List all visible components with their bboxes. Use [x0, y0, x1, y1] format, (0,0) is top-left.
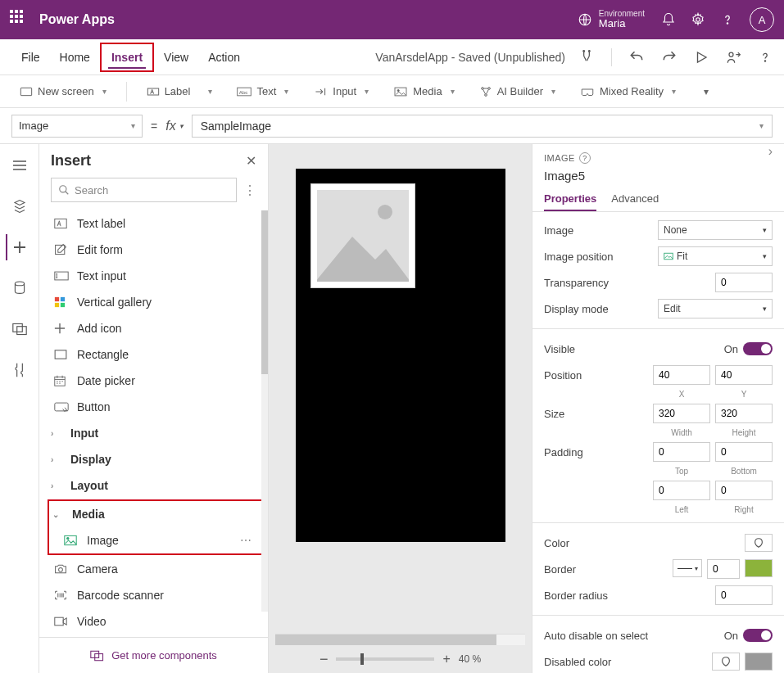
- menu-action[interactable]: Action: [198, 44, 250, 70]
- canvas-h-scrollbar[interactable]: [275, 634, 525, 645]
- menu-file[interactable]: File: [11, 44, 50, 70]
- data-rail-icon[interactable]: [7, 275, 33, 301]
- prop-color-swatch[interactable]: [745, 534, 773, 552]
- prop-display-mode-select[interactable]: Edit▾: [658, 299, 773, 318]
- prop-pad-bottom-input[interactable]: [715, 442, 773, 462]
- tree-button[interactable]: Button: [39, 394, 268, 420]
- svg-point-31: [67, 537, 69, 539]
- ribbon-media[interactable]: Media: [385, 82, 462, 101]
- ribbon-new-screen[interactable]: New screen: [11, 82, 115, 101]
- tree-group-media[interactable]: ⌄Media: [49, 501, 265, 527]
- app-canvas[interactable]: [296, 169, 505, 542]
- app-checker-icon[interactable]: [578, 49, 595, 65]
- tree-rectangle[interactable]: Rectangle: [39, 341, 268, 368]
- prop-visible-toggle[interactable]: [743, 342, 773, 355]
- image-control[interactable]: [310, 183, 415, 288]
- hamburger-icon[interactable]: [7, 152, 33, 178]
- help-menubar-icon[interactable]: [758, 50, 773, 65]
- prop-height-input[interactable]: [715, 404, 773, 423]
- panel-more-icon[interactable]: ⋮: [243, 183, 256, 198]
- share-icon[interactable]: [725, 49, 741, 65]
- svg-point-16: [15, 282, 24, 286]
- svg-rect-36: [664, 253, 673, 260]
- prop-image-select[interactable]: None▾: [658, 220, 773, 240]
- prop-border-style[interactable]: ▾: [673, 559, 702, 577]
- tree-media-barcode[interactable]: Barcode scanner: [39, 582, 268, 608]
- tree-media-image[interactable]: Image ⋯: [49, 527, 265, 553]
- prop-image-position-select[interactable]: Fit ▾: [658, 246, 773, 266]
- prop-disabled-fill-color[interactable]: [745, 653, 773, 671]
- notifications-icon[interactable]: [661, 12, 676, 27]
- prop-auto-disable-toggle[interactable]: [743, 629, 773, 642]
- equals-sign: =: [151, 120, 157, 133]
- tab-advanced[interactable]: Advanced: [611, 192, 659, 211]
- prop-transparency-input[interactable]: [715, 273, 773, 292]
- tree-group-layout[interactable]: ›Layout: [39, 472, 268, 499]
- user-avatar[interactable]: A: [750, 7, 774, 32]
- undo-icon[interactable]: [628, 49, 645, 65]
- prop-y-input[interactable]: [715, 365, 773, 385]
- prop-pad-right-input[interactable]: [715, 481, 773, 500]
- env-label: Environment: [599, 9, 645, 18]
- prop-disabled-text-color[interactable]: [712, 653, 740, 671]
- tree-group-display[interactable]: ›Display: [39, 446, 268, 472]
- tree-media-video[interactable]: Video: [39, 608, 268, 635]
- prop-pad-left-input[interactable]: [653, 481, 710, 500]
- svg-text:Abc: Abc: [239, 88, 248, 94]
- zoom-out-button[interactable]: −: [319, 651, 329, 668]
- tree-vertical-gallery[interactable]: Vertical gallery: [39, 289, 268, 315]
- svg-rect-27: [55, 350, 66, 359]
- search-input[interactable]: Search: [51, 178, 237, 202]
- ribbon-input[interactable]: Input: [305, 82, 377, 101]
- image-item-more-icon[interactable]: ⋯: [240, 534, 253, 547]
- category-help-icon[interactable]: ?: [579, 152, 591, 164]
- fx-button[interactable]: fx▾: [165, 119, 183, 133]
- ribbon-label[interactable]: Label ▾: [138, 82, 221, 101]
- expand-props-icon[interactable]: ›: [768, 144, 773, 159]
- menu-view[interactable]: View: [154, 44, 198, 70]
- app-launcher-icon[interactable]: [10, 10, 29, 29]
- formula-input[interactable]: SampleImage ▾: [192, 115, 773, 138]
- menu-home[interactable]: Home: [50, 44, 100, 70]
- tab-properties[interactable]: Properties: [544, 192, 596, 211]
- help-icon[interactable]: [720, 12, 735, 27]
- prop-border-width[interactable]: [707, 559, 740, 579]
- preview-play-icon[interactable]: [694, 50, 709, 65]
- svg-rect-30: [65, 535, 76, 544]
- media-icon: [393, 86, 408, 97]
- tree-add-icon[interactable]: Add icon: [39, 315, 268, 341]
- ribbon-mixed-reality[interactable]: Mixed Reality: [572, 82, 684, 101]
- settings-gear-icon[interactable]: [691, 12, 705, 27]
- close-panel-icon[interactable]: ✕: [246, 153, 256, 169]
- redo-icon[interactable]: [661, 49, 678, 65]
- menu-insert[interactable]: Insert: [100, 43, 154, 72]
- zoom-in-button[interactable]: +: [442, 652, 450, 666]
- media-rail-icon[interactable]: [7, 316, 33, 342]
- control-name[interactable]: Image5: [544, 169, 773, 183]
- get-more-components[interactable]: Get more components: [39, 637, 268, 673]
- prop-disabled-color-label: Disabled color: [544, 656, 712, 668]
- ribbon-ai-builder[interactable]: AI Builder: [471, 82, 564, 102]
- insert-rail-icon[interactable]: [6, 234, 32, 260]
- property-selector[interactable]: Image ▾: [11, 115, 143, 138]
- prop-border-radius-input[interactable]: [715, 585, 773, 605]
- prop-x-input[interactable]: [653, 365, 710, 385]
- tree-text-input[interactable]: Text input: [39, 263, 268, 289]
- prop-width-input[interactable]: [653, 404, 710, 423]
- tree-text-label[interactable]: Text label: [39, 210, 268, 237]
- prop-border-color-swatch[interactable]: [745, 559, 773, 577]
- ribbon-text[interactable]: Abc Text: [229, 82, 297, 101]
- tree-group-input[interactable]: ›Input: [39, 420, 268, 446]
- tree-view-icon[interactable]: [7, 193, 33, 219]
- tree-scrollbar[interactable]: [261, 210, 268, 612]
- zoom-slider[interactable]: [336, 657, 434, 661]
- tree-date-picker[interactable]: Date picker: [39, 368, 268, 394]
- tree-media-camera[interactable]: Camera: [39, 556, 268, 582]
- prop-transparency-label: Transparency: [544, 277, 715, 289]
- ribbon-overflow[interactable]: ▾: [696, 83, 717, 101]
- environment-selector[interactable]: Environment Maria: [578, 9, 645, 29]
- prop-pad-top-input[interactable]: [653, 442, 710, 462]
- advanced-tools-icon[interactable]: [7, 357, 33, 383]
- zoom-percent: 40 %: [459, 653, 481, 665]
- tree-edit-form[interactable]: Edit form: [39, 237, 268, 263]
